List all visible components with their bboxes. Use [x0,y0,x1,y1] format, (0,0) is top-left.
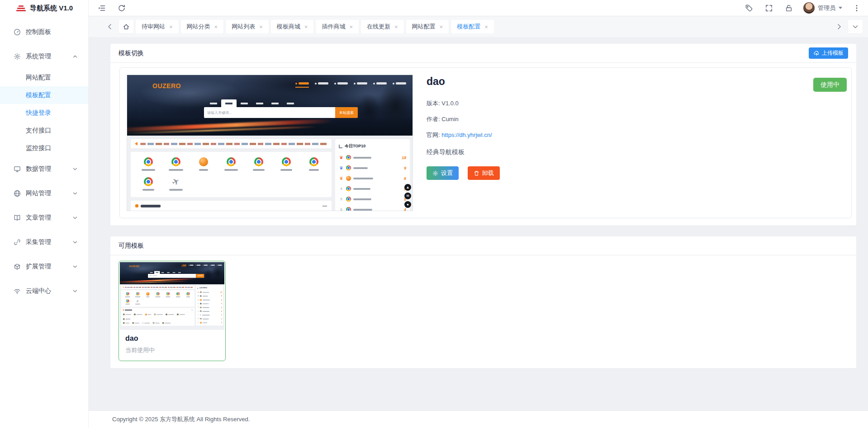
app-logo: 导航系统 V1.0 [0,0,88,16]
admin-label: 管理员 [818,4,835,12]
chevron-down-icon [852,23,859,30]
sidebar-submenu: 网站配置模板配置快捷登录支付接口监控接口 [0,69,88,157]
chevron-down-icon [72,190,78,197]
caret-down-icon [839,7,842,9]
chevron-down-icon [72,166,78,172]
sidebar-subitem-1-4[interactable]: 监控接口 [0,139,88,157]
sidebar-item-2[interactable]: 数据管理 [0,157,88,181]
chevron-down-icon [72,239,78,245]
copyright-text: Copyright © 2025 东方导航系统 All Rights Reser… [112,415,250,423]
cloud-upload-icon [813,50,820,56]
sidebar-item-6[interactable]: 扩展管理 [0,254,88,279]
tabs-scroll-right-icon[interactable] [832,23,846,30]
preview-hero-image: OUZERO 请输入关键词... 本站搜索 [127,75,413,136]
chevron-up-icon [72,53,78,60]
tab-close-icon[interactable]: × [214,24,218,30]
tab-close-icon[interactable]: × [349,24,353,30]
template-screenshot: OUZERO 请输入关键词... 本站搜索 ✈ ✈ 今日TOP10 ♛ [120,262,224,330]
panel-body: OUZERO 请输入关键词... 本站搜索 ✈ ✈ 今日TOP10 ♛ [110,63,856,226]
more-vertical-icon[interactable] [847,4,861,12]
chevron-down-icon [72,288,78,294]
template-screenshot: OUZERO 请输入关键词... 本站搜索 ✈ ✈ 今日TOP10 ♛ [127,75,413,211]
template-author: 作者: Cumin [427,115,500,123]
sidebar-subitem-1-0[interactable]: 网站配置 [0,69,88,86]
tab-close-icon[interactable]: × [484,24,488,30]
wifi-icon [14,287,21,295]
upload-template-button[interactable]: 上传模板 [809,47,848,59]
tag-icon[interactable] [739,4,759,12]
gear-icon [432,170,438,176]
tab-0[interactable]: 待审网站 × [136,20,179,33]
chevron-down-icon [72,215,78,221]
fullscreen-icon[interactable] [759,4,779,12]
uninstall-button[interactable]: 卸载 [468,166,500,180]
settings-button[interactable]: 设置 [427,166,459,180]
preview-hero-image: OUZERO 请输入关键词... 本站搜索 [120,262,224,284]
available-header: 可用模板 [110,236,856,255]
preview-notice-bar [131,139,332,148]
preview-top10-title: 今日TOP10 [199,287,207,289]
tab-7[interactable]: 模板配置 × [451,20,494,33]
template-name: dao [427,75,500,88]
template-preview-small-inner: OUZERO 请输入关键词... 本站搜索 ✈ ✈ 今日TOP10 ♛ [120,262,224,330]
box-icon [14,263,21,270]
sidebar-item-0[interactable]: 控制面板 [0,20,88,44]
admin-menu[interactable]: 管理员 [799,2,847,14]
preview-site-nav [181,265,222,267]
tab-close-icon[interactable]: × [259,24,263,30]
current-template-box: OUZERO 请输入关键词... 本站搜索 ✈ ✈ 今日TOP10 ♛ [119,67,852,218]
sidebar: 导航系统 V1.0 控制面板 系统管理 网站配置模板配置快捷登录支付接口监控接口… [0,0,89,428]
available-body: OUZERO 请输入关键词... 本站搜索 ✈ ✈ 今日TOP10 ♛ [110,255,856,368]
sidebar-menu: 控制面板 系统管理 网站配置模板配置快捷登录支付接口监控接口 数据管理 网站管理… [0,16,88,303]
preview-float-buttons: ▲✉● [404,184,411,208]
sidebar-subitem-1-3[interactable]: 支付接口 [0,122,88,139]
monitor-icon [14,165,21,173]
unlock-icon[interactable] [779,4,799,12]
tabs-menu-button[interactable] [848,20,863,33]
tabs-scroll-left-icon[interactable] [103,23,117,30]
tab-3[interactable]: 模板商城 × [271,20,314,33]
template-preview-small: OUZERO 请输入关键词... 本站搜索 ✈ ✈ 今日TOP10 ♛ [120,262,224,330]
preview-search-button: 本站搜索 [335,107,358,118]
tab-5[interactable]: 在线更新 × [361,20,404,33]
tab-2[interactable]: 网站列表 × [226,20,269,33]
tab-close-icon[interactable]: × [169,24,173,30]
link-icon [14,239,21,246]
tab-6[interactable]: 网站配置 × [406,20,449,33]
panel-header: 模板切换 上传模板 [110,44,856,63]
tab-close-icon[interactable]: × [394,24,398,30]
app-title: 导航系统 V1.0 [30,4,73,13]
tab-1[interactable]: 网站分类 × [181,20,224,33]
preview-search-area: 请输入关键词... 本站搜索 [148,271,204,278]
tab-close-icon[interactable]: × [304,24,308,30]
app-logo-icon [16,5,26,11]
home-icon [123,23,130,30]
sidebar-item-7[interactable]: 云端中心 [0,279,88,303]
sidebar-item-5[interactable]: 采集管理 [0,230,88,254]
sidebar-subitem-1-2[interactable]: 快捷登录 [0,104,88,122]
template-card-name: dao [125,334,219,343]
tab-list: 待审网站 × 网站分类 × 网站列表 × 模板商城 × 插件商城 × 在线更新 … [136,20,830,33]
topbar: 管理员 [89,0,868,16]
tabbar: 待审网站 × 网站分类 × 网站列表 × 模板商城 × 插件商城 × 在线更新 … [89,16,868,37]
preview-search-button: 本站搜索 [196,274,204,278]
template-card-status: 当前使用中 [125,346,219,354]
sidebar-item-3[interactable]: 网站管理 [0,181,88,206]
sidebar-item-4[interactable]: 文章管理 [0,206,88,230]
preview-site-nav [295,82,406,88]
available-templates-panel: 可用模板 OUZERO 请输入关键词... 本站搜索 ✈ [110,236,856,368]
preview-notice-bar [121,286,194,289]
menu-fold-icon[interactable] [98,4,112,12]
tab-close-icon[interactable]: × [440,24,443,30]
sidebar-subitem-1-1[interactable]: 模板配置 [0,86,88,104]
sidebar-item-1[interactable]: 系统管理 [0,44,88,69]
preview-site-logo: OUZERO [152,82,181,89]
gear-icon [14,53,21,60]
preview-top10-panel: 今日TOP10 ♛18♛9♛64555647✈38393 [335,139,410,211]
preview-search-input: 请输入关键词... [148,274,196,278]
tab-4[interactable]: 插件商城 × [316,20,359,33]
template-site-link[interactable]: https://dh.yhrjwl.cn/ [441,132,492,138]
tab-home[interactable] [119,20,133,33]
template-card[interactable]: OUZERO 请输入关键词... 本站搜索 ✈ ✈ 今日TOP10 ♛ [119,261,226,361]
refresh-icon[interactable] [112,4,132,12]
